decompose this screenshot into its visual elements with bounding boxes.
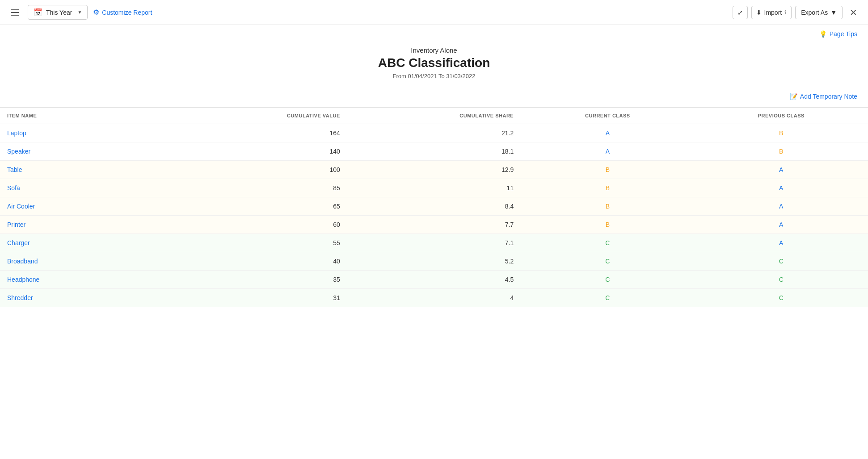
table-row: Printer 60 7.7 B A [0,216,868,234]
item-name-cell[interactable]: Charger [0,234,173,252]
current-class-badge: B [606,166,610,173]
report-date: From 01/04/2021 To 31/03/2022 [0,73,868,79]
current-class-badge: B [606,184,610,192]
item-name-cell[interactable]: Laptop [0,124,173,142]
cumulative-share-cell: 8.4 [347,197,521,216]
previous-class-cell: A [695,234,868,252]
item-name-cell[interactable]: Speaker [0,142,173,161]
chevron-down-icon: ▼ [77,10,82,15]
col-header-previous-class: PREVIOUS CLASS [695,108,868,124]
previous-class-badge: A [779,203,783,210]
current-class-cell: B [521,161,694,179]
customize-report-label: Customize Report [102,9,152,16]
previous-class-cell: C [695,289,868,307]
previous-class-cell: B [695,124,868,142]
cumulative-value-cell: 31 [173,289,347,307]
date-filter-label: This Year [46,9,72,16]
cumulative-value-cell: 100 [173,161,347,179]
current-class-cell: C [521,234,694,252]
previous-class-cell: A [695,179,868,197]
item-name-cell[interactable]: Headphone [0,271,173,289]
report-title: ABC Classification [0,56,868,70]
previous-class-cell: C [695,252,868,271]
cumulative-share-cell: 11 [347,179,521,197]
date-filter-button[interactable]: 📅 This Year ▼ [28,5,88,20]
table-container: ITEM NAME CUMULATIVE VALUE CUMULATIVE SH… [0,107,868,325]
export-button[interactable]: Export As ▼ [795,6,843,19]
page-tips-button[interactable]: 💡 Page Tips [819,30,857,38]
cumulative-share-cell: 5.2 [347,252,521,271]
close-button[interactable]: ✕ [846,5,861,20]
previous-class-cell: A [695,197,868,216]
item-name-cell[interactable]: Table [0,161,173,179]
note-icon: 📝 [790,93,797,100]
import-button[interactable]: ⬇ Import ℹ [751,6,792,19]
current-class-badge: C [605,276,610,283]
table-row: Headphone 35 4.5 C C [0,271,868,289]
cumulative-value-cell: 60 [173,216,347,234]
customize-report-button[interactable]: ⚙ Customize Report [93,8,152,17]
cumulative-share-cell: 7.7 [347,216,521,234]
table-row: Laptop 164 21.2 A B [0,124,868,142]
item-name-cell[interactable]: Shredder [0,289,173,307]
previous-class-badge: A [779,221,783,228]
previous-class-badge: A [779,239,783,246]
report-subtitle: Inventory Alone [0,46,868,54]
cumulative-value-cell: 65 [173,197,347,216]
cumulative-value-cell: 55 [173,234,347,252]
current-class-badge: C [605,294,610,301]
current-class-badge: B [606,221,610,228]
col-header-item-name: ITEM NAME [0,108,173,124]
topbar: 📅 This Year ▼ ⚙ Customize Report ⤢ ⬇ Imp… [0,0,868,25]
item-name-cell[interactable]: Broadband [0,252,173,271]
page-tips-label: Page Tips [830,30,857,38]
bulb-icon: 💡 [819,30,827,38]
table-header-row: ITEM NAME CUMULATIVE VALUE CUMULATIVE SH… [0,108,868,124]
cumulative-value-cell: 85 [173,179,347,197]
previous-class-badge: C [779,276,784,283]
table-row: Sofa 85 11 B A [0,179,868,197]
item-name-cell[interactable]: Air Cooler [0,197,173,216]
current-class-badge: C [605,258,610,265]
note-bar: 📝 Add Temporary Note [0,93,868,107]
previous-class-badge: C [779,294,784,301]
share-icon: ⤢ [737,9,743,16]
calendar-icon: 📅 [34,8,42,17]
current-class-cell: B [521,216,694,234]
previous-class-badge: C [779,258,784,265]
cumulative-share-cell: 21.2 [347,124,521,142]
share-button[interactable]: ⤢ [733,6,748,19]
item-name-cell[interactable]: Sofa [0,179,173,197]
cumulative-value-cell: 164 [173,124,347,142]
previous-class-cell: C [695,271,868,289]
cumulative-share-cell: 18.1 [347,142,521,161]
cumulative-value-cell: 140 [173,142,347,161]
current-class-cell: C [521,252,694,271]
previous-class-cell: A [695,161,868,179]
table-row: Charger 55 7.1 C A [0,234,868,252]
current-class-cell: B [521,179,694,197]
table-row: Table 100 12.9 B A [0,161,868,179]
item-name-cell[interactable]: Printer [0,216,173,234]
topbar-right: ⤢ ⬇ Import ℹ Export As ▼ ✕ [733,5,861,20]
gear-icon: ⚙ [93,8,99,17]
previous-class-cell: A [695,216,868,234]
current-class-cell: A [521,124,694,142]
menu-button[interactable] [7,6,22,19]
current-class-cell: A [521,142,694,161]
col-header-current-class: CURRENT CLASS [521,108,694,124]
add-temporary-note-button[interactable]: 📝 Add Temporary Note [790,93,857,100]
current-class-badge: A [606,129,610,137]
current-class-cell: C [521,271,694,289]
current-class-cell: B [521,197,694,216]
current-class-badge: B [606,203,610,210]
previous-class-badge: B [779,129,783,137]
col-header-cumulative-share: CUMULATIVE SHARE [347,108,521,124]
previous-class-badge: B [779,148,783,155]
table-row: Broadband 40 5.2 C C [0,252,868,271]
cumulative-value-cell: 40 [173,252,347,271]
previous-class-cell: B [695,142,868,161]
page-tips-bar: 💡 Page Tips [0,25,868,38]
current-class-badge: A [606,148,610,155]
current-class-badge: C [605,239,610,246]
